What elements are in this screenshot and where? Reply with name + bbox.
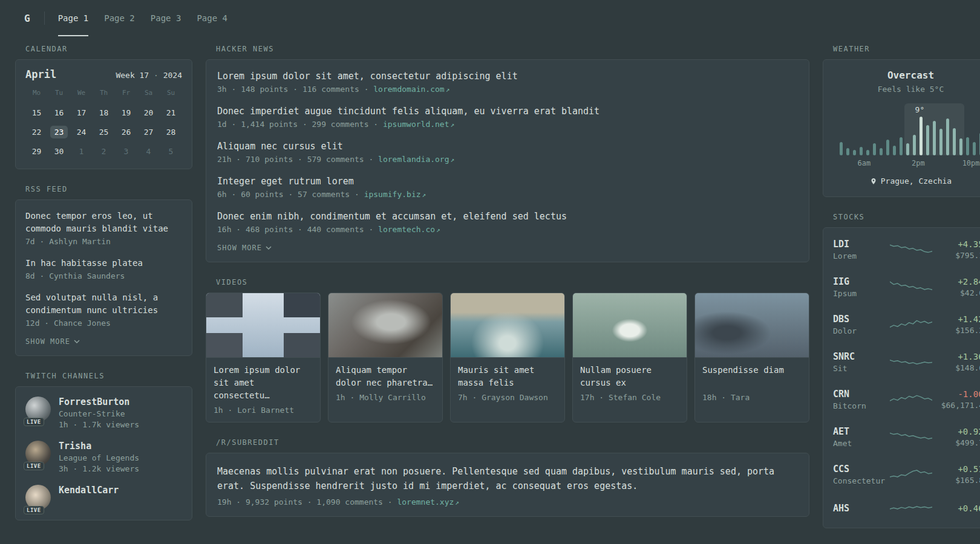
page-tab[interactable]: Page 3 <box>151 0 181 36</box>
twitch-channel-row[interactable]: LIVE Trisha League of Legends 3h · 1.2k … <box>25 441 182 473</box>
hackernews-item-domain-link[interactable]: ipsumify.biz↗ <box>364 190 426 199</box>
subreddit-card: Maecenas mollis pulvinar erat non posuer… <box>206 453 809 517</box>
calendar-month: April <box>25 68 56 80</box>
hackernews-show-more-button[interactable]: SHOW MORE <box>217 244 798 252</box>
stock-row[interactable]: CRN Bitcorn -1.00% $66,171.48 <box>823 381 980 418</box>
hackernews-item-title[interactable]: Integer eget rutrum lorem <box>217 176 798 187</box>
calendar-card: April Week 17 · 2024 Mo Tu We <box>15 59 192 169</box>
video-card[interactable]: Nullam posuere cursus ex 17h · Stefan Co… <box>572 293 687 423</box>
weather-bar <box>913 135 916 155</box>
weather-widget: WEATHER Overcast Feels like 5°C <box>823 45 980 197</box>
weather-hour-slot <box>858 103 864 155</box>
weather-temp-label: 9° <box>915 105 925 114</box>
subreddit-item-domain-link[interactable]: loremnet.xyz↗ <box>397 497 459 507</box>
hackernews-item-title[interactable]: Donec enim nibh, condimentum et accumsan… <box>217 211 798 222</box>
stock-values: +4.35% $795.18 <box>938 239 980 260</box>
twitch-channel-info: ForrestBurton Counter-Strike 1h · 1.7k v… <box>59 397 139 429</box>
weather-axis-label: 6am <box>857 159 871 167</box>
weather-hour-slot <box>878 103 884 155</box>
app-logo[interactable]: G <box>24 13 31 24</box>
hackernews-item-domain-link[interactable]: loremtech.co↗ <box>378 225 440 234</box>
rss-show-more-button[interactable]: SHOW MORE <box>25 337 182 346</box>
calendar-day-number: 23 <box>50 126 68 138</box>
video-card[interactable]: Suspendisse diam 18h · Tara <box>694 293 809 423</box>
calendar-day-number: 5 <box>165 145 178 158</box>
video-card[interactable]: Lorem ipsum dolor sit amet consectetu… 1… <box>206 293 321 423</box>
rss-item-title[interactable]: In hac habitasse platea <box>25 257 182 270</box>
hackernews-item-title[interactable]: Lorem ipsum dolor sit amet, consectetur … <box>217 71 798 82</box>
video-meta: 17h · Stefan Cole <box>580 393 679 402</box>
hackernews-item-stats: 16h · 468 points · 440 comments · <box>217 225 373 234</box>
stock-ticker: SNRC <box>833 351 884 362</box>
page-tab[interactable]: Page 2 <box>104 0 135 36</box>
stock-values: +0.46% <box>938 504 980 515</box>
stock-change: +0.92% <box>938 427 980 436</box>
weather-bar <box>939 129 942 155</box>
external-link-icon: ↗ <box>422 191 426 199</box>
stock-change: +1.36% <box>938 352 980 361</box>
stock-ticker: DBS <box>833 314 884 325</box>
rss-item-title[interactable]: Sed volutpat nulla nisl, a condimentum n… <box>25 291 182 317</box>
video-card[interactable]: Aliquam tempor dolor nec pharetra… 1h · … <box>328 293 443 423</box>
weather-bar <box>953 128 956 155</box>
stock-values: +1.42% $156.28 <box>938 314 980 335</box>
calendar-day-number: 25 <box>95 126 113 138</box>
stock-row[interactable]: DBS Dolor +1.42% $156.28 <box>823 306 980 343</box>
video-card[interactable]: Mauris sit amet massa felis 7h · Grayson… <box>450 293 565 423</box>
hackernews-item-domain-link[interactable]: loremdomain.com↗ <box>373 85 449 94</box>
subreddit-section-title: /R/SUBREDDIT <box>216 438 809 447</box>
video-thumbnail <box>451 293 564 358</box>
hackernews-item-title[interactable]: Aliquam nec cursus elit <box>217 141 798 152</box>
video-body: Mauris sit amet massa felis 7h · Grayson… <box>451 358 564 409</box>
calendar-day-number: 1 <box>75 145 88 158</box>
calendar-day-cell: 5 <box>160 144 182 159</box>
twitch-channel-name: ForrestBurton <box>59 397 139 407</box>
hackernews-item: Donec imperdiet augue tincidunt felis al… <box>217 106 798 129</box>
stock-name: Dolor <box>833 326 884 335</box>
stock-change: +4.35% <box>938 239 980 249</box>
stock-row[interactable]: LDI Lorem +4.35% $795.18 <box>823 231 980 268</box>
rss-item-title[interactable]: Donec tempor eros leo, ut commodo mauris… <box>25 210 182 235</box>
stock-row[interactable]: CCS Consectetur +0.51% $165.84 <box>823 456 980 493</box>
calendar-day-cell: 16 <box>48 105 70 120</box>
stock-row[interactable]: SNRC Sit +1.36% $148.64 <box>823 343 980 381</box>
video-body: Nullam posuere cursus ex 17h · Stefan Co… <box>573 358 687 409</box>
calendar-day-cell: 15 <box>25 105 48 120</box>
stock-name: Ipsum <box>833 289 884 298</box>
stock-info: SNRC Sit <box>833 351 884 373</box>
twitch-list: LIVE ForrestBurton Counter-Strike 1h · 1… <box>25 397 182 510</box>
stock-name: Amet <box>833 439 884 448</box>
hackernews-item-title[interactable]: Donec imperdiet augue tincidunt felis al… <box>217 106 798 117</box>
twitch-section-title: TWITCH CHANNELS <box>25 372 192 380</box>
hackernews-item-domain-link[interactable]: ipsumworld.net↗ <box>383 120 454 129</box>
stock-row[interactable]: AET Amet +0.92% $499.72 <box>823 418 980 456</box>
page-tab[interactable]: Page 1 <box>58 0 89 36</box>
video-title: Aliquam tempor dolor nec pharetra… <box>336 364 435 389</box>
calendar-day-cell: 23 <box>48 125 70 140</box>
weather-bar <box>959 138 962 155</box>
stock-row[interactable]: AHS +0.46% <box>823 493 980 525</box>
hackernews-item-domain-link[interactable]: loremlandia.org↗ <box>378 155 454 164</box>
calendar-day-number: 24 <box>73 126 91 138</box>
stock-values: +1.36% $148.64 <box>938 352 980 372</box>
stock-values: +0.92% $499.72 <box>938 427 980 447</box>
hackernews-item-domain: ipsumify.biz <box>364 190 421 199</box>
weather-chart: 9° <box>835 103 980 155</box>
calendar-week-info: Week 17 · 2024 <box>116 71 182 80</box>
twitch-channel-row[interactable]: LIVE KendallCarr <box>25 485 182 510</box>
hackernews-item: Integer eget rutrum lorem 6h · 60 points… <box>217 176 798 199</box>
subreddit-item-title[interactable]: Maecenas mollis pulvinar erat non posuer… <box>217 464 798 493</box>
video-meta: 7h · Grayson Dawson <box>458 393 557 402</box>
stocks-card: LDI Lorem +4.35% $795.18 IIG Ipsum <box>823 227 980 528</box>
calendar-day-number: 28 <box>162 126 180 138</box>
stock-sparkline <box>890 467 932 482</box>
video-meta: 1h · Molly Carrillo <box>336 393 435 402</box>
stock-name: Sit <box>833 364 884 373</box>
external-link-icon: ↗ <box>446 86 450 94</box>
stock-sparkline <box>890 279 932 295</box>
stock-row[interactable]: IIG Ipsum +2.84% $42.04 <box>823 268 980 306</box>
page-tab[interactable]: Page 4 <box>197 0 227 36</box>
twitch-channel-row[interactable]: LIVE ForrestBurton Counter-Strike 1h · 1… <box>25 397 182 429</box>
stock-values: +0.51% $165.84 <box>938 464 980 485</box>
hackernews-card: Lorem ipsum dolor sit amet, consectetur … <box>206 59 809 262</box>
